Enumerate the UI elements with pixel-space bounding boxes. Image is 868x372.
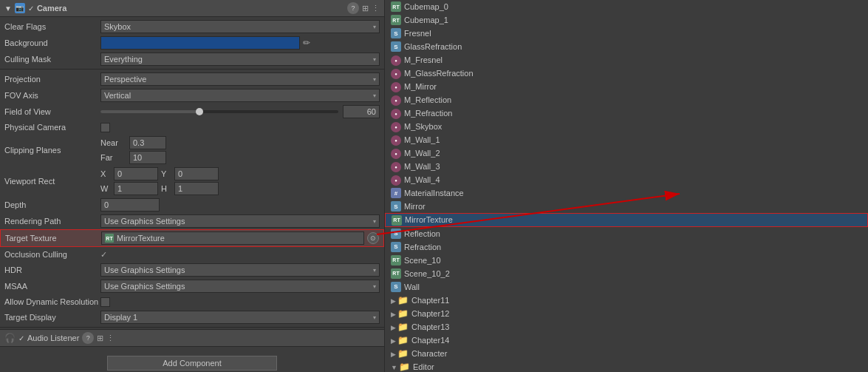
file-icon: S [391, 228, 401, 239]
file-item[interactable]: ●M_GlassRefraction [385, 67, 868, 80]
folder-item[interactable]: ▼📁Editor [385, 360, 868, 373]
file-item[interactable]: ●M_Reflection [385, 93, 868, 106]
file-item[interactable]: RTScene_10_2 [385, 267, 868, 280]
viewport-rect-label: Viewport Rect [4, 177, 100, 186]
field-of-view-slider[interactable] [100, 110, 338, 113]
viewport-rect-row: Viewport Rect X 0 Y 0 W 1 [0, 166, 384, 197]
file-item[interactable]: SFresnel [385, 27, 868, 40]
file-item[interactable]: RTMirrorTexture [385, 213, 868, 227]
file-label: GlassRefraction [404, 42, 462, 51]
file-label: Cubemap_1 [404, 16, 448, 24]
folder-item[interactable]: ▶📁Chapter13 [385, 320, 868, 334]
file-item[interactable]: ●M_Skybox [385, 120, 868, 133]
projection-dropdown[interactable]: Perspective ▾ [100, 72, 380, 86]
target-texture-value: RT MirrorTexture ⊙ [101, 231, 379, 245]
background-label: Background [4, 38, 100, 47]
allow-dynamic-resolution-checkbox[interactable] [100, 297, 110, 307]
pencil-icon[interactable]: ✏ [303, 38, 310, 48]
far-field[interactable]: 10 [129, 151, 166, 164]
file-item[interactable]: ●M_Fresnel [385, 53, 868, 67]
audio-listener-header: 🎧 ✓ Audio Listener ? ⊞ ⋮ [0, 329, 384, 347]
physical-camera-checkbox[interactable] [100, 123, 110, 132]
occlusion-culling-row: Occlusion Culling ✓ [0, 247, 384, 262]
file-item[interactable]: SWall [385, 280, 868, 294]
culling-mask-value: Everything ▾ [100, 53, 380, 66]
file-item[interactable]: RTScene_10 [385, 254, 868, 267]
allow-dynamic-resolution-label: Allow Dynamic Resolution [4, 297, 100, 306]
file-item[interactable]: SGlassRefraction [385, 40, 868, 53]
hdr-label: HDR [4, 266, 100, 274]
camera-icon: 📷 [15, 3, 25, 13]
file-item[interactable]: ●M_Wall_4 [385, 173, 868, 186]
file-icon: S [391, 281, 401, 292]
file-icon: ● [391, 148, 401, 159]
file-label: M_Skybox [404, 122, 442, 131]
headphone-icon: 🎧 [4, 333, 16, 343]
file-icon: ● [391, 161, 401, 172]
audio-link-icon[interactable]: ⊞ [97, 334, 103, 343]
w-field[interactable]: 1 [114, 182, 158, 195]
target-texture-picker[interactable]: ⊙ [367, 232, 379, 244]
file-item[interactable]: SReflection [385, 227, 868, 240]
rendering-path-dropdown[interactable]: Use Graphics Settings ▾ [100, 214, 380, 228]
occlusion-checkmark[interactable]: ✓ [100, 250, 107, 260]
folder-item[interactable]: ▶📁Chapter14 [385, 334, 868, 347]
target-texture-label: Target Texture [5, 234, 101, 243]
field-of-view-number[interactable]: 60 [343, 105, 380, 118]
target-texture-asset[interactable]: RT MirrorTexture [101, 231, 364, 245]
file-label: M_Fresnel [404, 55, 442, 64]
far-row: Far 10 [100, 151, 166, 164]
y-field[interactable]: 0 [174, 167, 219, 180]
occlusion-culling-value: ✓ [100, 250, 380, 260]
expand-arrow[interactable]: ▼ [4, 4, 12, 13]
file-item[interactable]: ●M_Wall_2 [385, 146, 868, 160]
file-label: Reflection [404, 229, 440, 238]
physical-camera-row: Physical Camera [0, 120, 384, 135]
target-display-dropdown[interactable]: Display 1 ▾ [100, 311, 380, 324]
add-component-button[interactable]: Add Component [107, 356, 277, 371]
folder-item[interactable]: ▶📁Chapter11 [385, 294, 868, 307]
file-label: Character [411, 349, 447, 358]
dropdown-arrow: ▾ [373, 92, 376, 99]
file-label: Chapter14 [411, 336, 449, 345]
folder-item[interactable]: ▶📁Character [385, 347, 868, 360]
file-icon: RT [391, 254, 401, 266]
culling-mask-dropdown[interactable]: Everything ▾ [100, 53, 380, 66]
dropdown-arrow: ▾ [373, 24, 376, 30]
clear-flags-dropdown[interactable]: Skybox ▾ [100, 20, 380, 33]
hdr-dropdown[interactable]: Use Graphics Settings ▾ [100, 263, 380, 277]
audio-menu-icon[interactable]: ⋮ [106, 334, 115, 343]
menu-icon[interactable]: ⋮ [372, 4, 380, 13]
x-field[interactable]: 0 [114, 167, 158, 180]
dropdown-arrow: ▾ [373, 76, 376, 83]
file-item[interactable]: SRefraction [385, 240, 868, 254]
background-color[interactable] [100, 36, 300, 50]
file-item[interactable]: ●M_Wall_1 [385, 133, 868, 146]
folder-item[interactable]: ▶📁Chapter12 [385, 307, 868, 320]
file-item[interactable]: #MaterialInstance [385, 186, 868, 200]
file-item[interactable]: ●M_Mirror [385, 80, 868, 93]
msaa-label: MSAA [4, 282, 100, 291]
file-item[interactable]: ●M_Wall_3 [385, 160, 868, 173]
audio-info-button[interactable]: ? [82, 332, 94, 344]
file-item[interactable]: ●M_Refraction [385, 106, 868, 120]
info-button[interactable]: ? [347, 2, 359, 14]
clipping-planes-row: Clipping Planes Near 0.3 Far 10 [0, 135, 384, 166]
file-item[interactable]: SMirror [385, 200, 868, 213]
depth-field[interactable]: 0 [100, 198, 160, 212]
w-label: W [100, 184, 112, 193]
near-field[interactable]: 0.3 [129, 136, 166, 149]
component-enabled-checkbox[interactable]: ✓ [28, 4, 34, 13]
file-label: Scene_10_2 [404, 269, 450, 278]
file-label: M_Wall_4 [404, 175, 440, 184]
physical-camera-value [100, 123, 380, 132]
fov-axis-dropdown[interactable]: Vertical ▾ [100, 89, 380, 102]
header-icons: ? ⊞ ⋮ [347, 2, 380, 14]
file-item[interactable]: RTCubemap_1 [385, 13, 868, 27]
link-icon[interactable]: ⊞ [362, 4, 369, 13]
file-item[interactable]: RTCubemap_0 [385, 0, 868, 13]
slider-thumb[interactable] [196, 108, 203, 115]
audio-listener-enabled[interactable]: ✓ [18, 334, 24, 342]
h-field[interactable]: 1 [174, 182, 219, 195]
msaa-dropdown[interactable]: Use Graphics Settings ▾ [100, 280, 380, 293]
